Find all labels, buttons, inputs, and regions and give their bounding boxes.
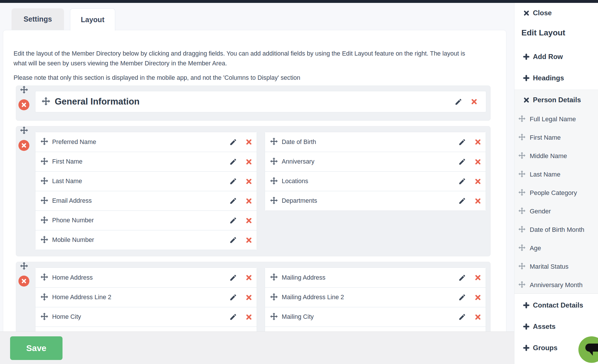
remove-field-button[interactable] <box>475 178 481 185</box>
headings-group-button[interactable]: Headings <box>514 73 598 83</box>
edit-field-button[interactable] <box>229 138 237 146</box>
field-row[interactable]: Home City <box>35 307 257 327</box>
field-row[interactable]: Mobile Number <box>35 230 257 250</box>
edit-field-button[interactable] <box>458 293 466 301</box>
sidebar-item-label: Anniversary Month <box>530 281 582 289</box>
sidebar-field-item[interactable]: People Category <box>514 189 598 197</box>
move-icon[interactable] <box>270 273 278 282</box>
edit-field-button[interactable] <box>229 197 237 205</box>
field-row[interactable]: Anniversary <box>265 152 486 171</box>
sidebar-group-assets[interactable]: Assets <box>514 322 598 331</box>
sidebar-group-contact-details[interactable]: Contact Details <box>514 301 598 310</box>
sidebar-field-item[interactable]: Marital Status <box>514 262 598 271</box>
remove-field-button[interactable] <box>475 274 481 281</box>
edit-field-button[interactable] <box>458 197 466 205</box>
sidebar-field-item[interactable]: Gender <box>514 207 598 216</box>
tab-layout[interactable]: Layout <box>70 8 115 31</box>
move-icon[interactable] <box>270 177 278 186</box>
field-row[interactable]: Last Name <box>35 171 257 191</box>
sidebar-field-item[interactable]: Anniversary Month <box>514 281 598 289</box>
move-icon[interactable] <box>41 216 48 225</box>
move-icon[interactable] <box>20 266 28 271</box>
edit-field-button[interactable] <box>229 293 237 301</box>
remove-field-button[interactable] <box>475 159 481 165</box>
move-icon[interactable] <box>41 197 48 205</box>
move-icon[interactable] <box>20 130 28 135</box>
remove-field-button[interactable] <box>246 159 252 165</box>
remove-field-button[interactable] <box>246 198 252 204</box>
remove-heading-button[interactable] <box>471 98 477 105</box>
field-row[interactable]: Email Address <box>35 191 257 211</box>
edit-heading-button[interactable] <box>455 98 462 106</box>
remove-field-button[interactable] <box>475 139 481 145</box>
remove-field-button[interactable] <box>475 294 481 301</box>
delete-section-button[interactable] <box>18 140 29 151</box>
move-icon[interactable] <box>20 90 28 94</box>
edit-field-button[interactable] <box>458 158 466 166</box>
move-icon[interactable] <box>270 197 278 205</box>
field-row[interactable]: Departments <box>265 191 486 211</box>
move-icon[interactable] <box>41 293 48 302</box>
edit-field-button[interactable] <box>229 313 237 321</box>
section-controls <box>16 86 35 110</box>
sidebar-item-label: Age <box>530 244 541 252</box>
move-icon[interactable] <box>41 236 48 244</box>
tab-settings[interactable]: Settings <box>12 8 64 30</box>
person-details-collapse-button[interactable]: Person Details <box>514 95 598 105</box>
remove-field-button[interactable] <box>246 314 252 320</box>
move-icon[interactable] <box>41 177 48 186</box>
delete-section-button[interactable] <box>18 99 29 110</box>
remove-field-button[interactable] <box>246 217 252 224</box>
sidebar-item-label: First Name <box>530 134 561 141</box>
edit-field-button[interactable] <box>458 274 466 282</box>
sidebar-field-item[interactable]: Last Name <box>514 170 598 179</box>
field-row[interactable]: Mailing City <box>265 307 486 327</box>
edit-field-button[interactable] <box>229 236 237 244</box>
remove-field-button[interactable] <box>246 237 252 243</box>
move-icon[interactable] <box>270 158 278 166</box>
move-icon <box>518 152 525 160</box>
field-row[interactable]: Home Address <box>35 268 257 287</box>
remove-field-button[interactable] <box>246 139 252 145</box>
field-row[interactable]: First Name <box>35 152 257 171</box>
field-row[interactable]: Date of Birth <box>265 132 486 152</box>
remove-field-button[interactable] <box>475 198 481 204</box>
edit-field-button[interactable] <box>458 177 466 185</box>
move-icon[interactable] <box>41 158 48 166</box>
field-row[interactable]: Mailing Address <box>265 268 486 287</box>
field-row[interactable]: Locations <box>265 171 486 191</box>
move-icon[interactable] <box>41 138 48 146</box>
remove-field-button[interactable] <box>246 274 252 281</box>
move-icon[interactable] <box>41 313 48 321</box>
save-button[interactable]: Save <box>10 336 63 360</box>
move-icon[interactable] <box>270 138 278 146</box>
heading-row[interactable]: General Information <box>35 91 486 112</box>
edit-field-button[interactable] <box>458 138 466 146</box>
edit-field-button[interactable] <box>458 313 466 321</box>
move-icon[interactable] <box>270 293 278 302</box>
remove-field-button[interactable] <box>475 314 481 320</box>
close-sidebar-button[interactable]: Close <box>514 8 598 18</box>
field-row[interactable]: Home Address Line 2 <box>35 287 257 307</box>
edit-field-button[interactable] <box>229 217 237 224</box>
sidebar-field-item[interactable]: Middle Name <box>514 152 598 160</box>
remove-field-button[interactable] <box>246 178 252 185</box>
edit-field-button[interactable] <box>229 177 237 185</box>
top-bar <box>0 0 598 3</box>
move-icon[interactable] <box>42 97 50 107</box>
sidebar-field-item[interactable]: Date of Birth Month <box>514 225 598 234</box>
sidebar-field-item[interactable]: First Name <box>514 133 598 142</box>
add-row-button[interactable]: Add Row <box>514 52 598 61</box>
field-row[interactable]: Phone Number <box>35 211 257 230</box>
field-row[interactable]: Preferred Name <box>35 132 257 152</box>
move-icon <box>518 115 525 123</box>
delete-section-button[interactable] <box>18 276 29 287</box>
edit-field-button[interactable] <box>229 158 237 166</box>
move-icon[interactable] <box>270 313 278 321</box>
sidebar-field-item[interactable]: Full Legal Name <box>514 115 598 124</box>
move-icon[interactable] <box>41 273 48 282</box>
remove-field-button[interactable] <box>246 294 252 301</box>
edit-field-button[interactable] <box>229 274 237 282</box>
field-row[interactable]: Mailing Address Line 2 <box>265 287 486 307</box>
sidebar-field-item[interactable]: Age <box>514 244 598 253</box>
